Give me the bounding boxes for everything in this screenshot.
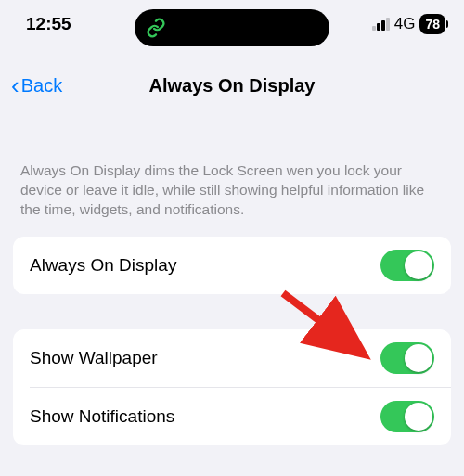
status-time: 12:55	[26, 14, 71, 34]
toggle-show-notifications[interactable]	[380, 401, 434, 432]
toggle-show-wallpaper[interactable]	[380, 342, 434, 374]
nav-bar: ‹ Back Always On Display	[0, 63, 464, 108]
signal-icon	[372, 18, 390, 31]
section-description: Always On Display dims the Lock Screen w…	[0, 108, 464, 231]
row-label: Show Notifications	[30, 406, 174, 427]
link-icon	[146, 18, 166, 38]
back-button[interactable]: ‹ Back	[11, 73, 62, 97]
battery-level: 78	[425, 17, 440, 32]
back-label: Back	[21, 75, 62, 96]
chevron-left-icon: ‹	[11, 73, 19, 97]
row-show-notifications: Show Notifications	[30, 387, 451, 445]
settings-group-main: Always On Display	[13, 237, 451, 294]
settings-group-options: Show Wallpaper Show Notifications	[13, 329, 451, 445]
row-show-wallpaper: Show Wallpaper	[13, 329, 451, 387]
row-always-on-display: Always On Display	[13, 237, 451, 294]
status-bar: 12:55 4G 78	[0, 0, 464, 45]
dynamic-island[interactable]	[135, 9, 329, 46]
row-label: Show Wallpaper	[30, 348, 158, 368]
network-label: 4G	[394, 15, 416, 33]
toggle-always-on-display[interactable]	[380, 250, 434, 281]
row-label: Always On Display	[30, 255, 176, 276]
page-title: Always On Display	[149, 75, 316, 96]
status-right: 4G 78	[372, 14, 445, 34]
battery-icon: 78	[419, 14, 445, 34]
